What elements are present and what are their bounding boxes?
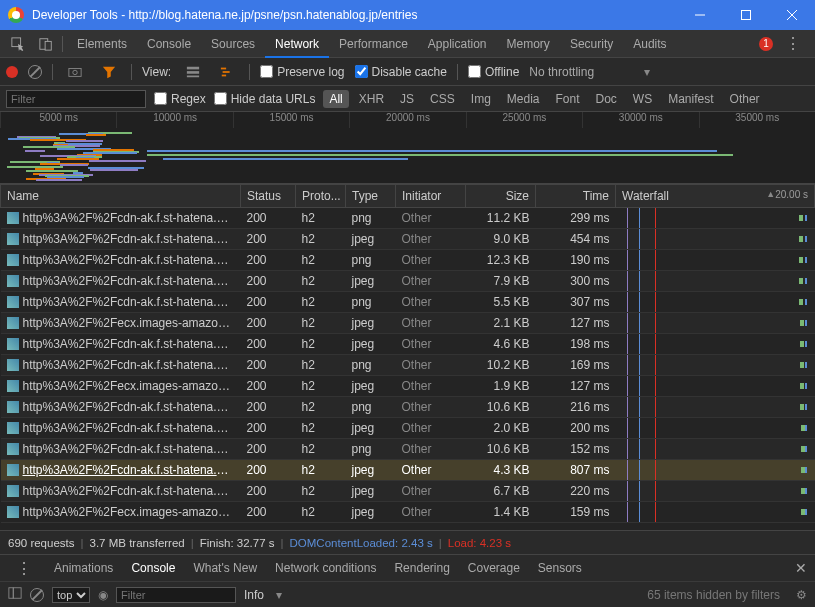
col-name[interactable]: Name	[1, 185, 241, 208]
record-button[interactable]	[6, 66, 18, 78]
window-titlebar: Developer Tools - http://blog.hatena.ne.…	[0, 0, 815, 30]
type-filter-xhr[interactable]: XHR	[353, 90, 390, 108]
drawer-tab-console[interactable]: Console	[131, 561, 175, 575]
network-toolbar: View: Preserve log Disable cache Offline…	[0, 58, 815, 86]
timeline-tick: 10000 ms	[116, 112, 232, 128]
overview-toggle-icon[interactable]	[215, 60, 239, 84]
window-minimize-button[interactable]	[677, 0, 723, 30]
filter-toggle-icon[interactable]	[97, 60, 121, 84]
network-request-table[interactable]: Name Status Proto... Type Initiator Size…	[0, 184, 815, 530]
type-filter-css[interactable]: CSS	[424, 90, 461, 108]
drawer-tab-animations[interactable]: Animations	[54, 561, 113, 575]
type-filter-manifest[interactable]: Manifest	[662, 90, 719, 108]
file-icon	[7, 506, 19, 518]
type-filter-media[interactable]: Media	[501, 90, 546, 108]
table-row[interactable]: http%3A%2F%2Fcdn-ak.f.st-hatena.co...200…	[1, 208, 815, 229]
type-filter-ws[interactable]: WS	[627, 90, 658, 108]
tab-memory[interactable]: Memory	[497, 30, 560, 58]
type-filter-font[interactable]: Font	[550, 90, 586, 108]
error-indicator[interactable]: 1	[759, 37, 773, 51]
table-row[interactable]: http%3A%2F%2Fecx.images-amazon.c...200h2…	[1, 376, 815, 397]
file-icon	[7, 380, 19, 392]
drawer-more-icon[interactable]: ⋮	[8, 559, 40, 578]
tab-audits[interactable]: Audits	[623, 30, 676, 58]
drawer-close-button[interactable]: ✕	[795, 560, 807, 576]
clear-console-button[interactable]	[30, 588, 44, 602]
summary-transferred: 3.7 MB transferred	[90, 537, 185, 549]
file-icon	[7, 401, 19, 413]
large-rows-icon[interactable]	[181, 60, 205, 84]
drawer-tab-what-s-new[interactable]: What's New	[193, 561, 257, 575]
clear-button[interactable]	[28, 65, 42, 79]
svg-rect-6	[45, 41, 51, 50]
tab-performance[interactable]: Performance	[329, 30, 418, 58]
context-select[interactable]: top	[52, 587, 90, 603]
network-filter-bar: Regex Hide data URLs AllXHRJSCSSImgMedia…	[0, 86, 815, 112]
network-overview[interactable]: 5000 ms10000 ms15000 ms20000 ms25000 ms3…	[0, 112, 815, 184]
type-filter-img[interactable]: Img	[465, 90, 497, 108]
table-row[interactable]: http%3A%2F%2Fcdn-ak.f.st-hatena.co...200…	[1, 292, 815, 313]
table-row[interactable]: http%3A%2F%2Fcdn-ak.f.st-hatena.co...200…	[1, 439, 815, 460]
hide-data-urls-checkbox[interactable]: Hide data URLs	[214, 92, 316, 106]
tab-application[interactable]: Application	[418, 30, 497, 58]
live-expression-icon[interactable]: ◉	[98, 588, 108, 602]
col-proto[interactable]: Proto...	[296, 185, 346, 208]
drawer-tab-rendering[interactable]: Rendering	[394, 561, 449, 575]
svg-rect-12	[221, 67, 226, 69]
timeline-tick: 30000 ms	[582, 112, 698, 128]
svg-rect-7	[69, 68, 81, 76]
more-menu-icon[interactable]: ⋮	[777, 34, 809, 53]
col-status[interactable]: Status	[241, 185, 296, 208]
drawer-tab-network-conditions[interactable]: Network conditions	[275, 561, 376, 575]
preserve-log-checkbox[interactable]: Preserve log	[260, 65, 344, 79]
col-initiator[interactable]: Initiator	[396, 185, 466, 208]
timeline-tick: 20000 ms	[349, 112, 465, 128]
table-row[interactable]: http%3A%2F%2Fcdn-ak.f.st-hatena.co...200…	[1, 355, 815, 376]
tab-elements[interactable]: Elements	[67, 30, 137, 58]
chrome-icon	[8, 7, 24, 23]
device-toolbar-icon[interactable]	[34, 32, 58, 56]
inspect-element-icon[interactable]	[6, 32, 30, 56]
table-row[interactable]: http%3A%2F%2Fcdn-ak.f.st-hatena.co...200…	[1, 418, 815, 439]
table-row[interactable]: http%3A%2F%2Fcdn-ak.f.st-hatena.co...200…	[1, 229, 815, 250]
drawer-tab-sensors[interactable]: Sensors	[538, 561, 582, 575]
col-waterfall[interactable]: Waterfall20.00 s▲	[616, 185, 815, 208]
sidebar-toggle-icon[interactable]	[8, 586, 22, 603]
col-size[interactable]: Size	[466, 185, 536, 208]
throttling-select[interactable]: No throttling	[529, 65, 594, 79]
log-level-select[interactable]: Info	[244, 588, 264, 602]
table-row[interactable]: http%3A%2F%2Fcdn-ak.f.st-hatena.co...200…	[1, 271, 815, 292]
table-row[interactable]: http%3A%2F%2Fcdn-ak.f.st-hatena.co...200…	[1, 250, 815, 271]
window-maximize-button[interactable]	[723, 0, 769, 30]
type-filter-doc[interactable]: Doc	[590, 90, 623, 108]
regex-checkbox[interactable]: Regex	[154, 92, 206, 106]
table-row[interactable]: http%3A%2F%2Fecx.images-amazon.c...200h2…	[1, 502, 815, 523]
tab-network[interactable]: Network	[265, 30, 329, 58]
svg-rect-16	[13, 588, 21, 599]
disable-cache-checkbox[interactable]: Disable cache	[355, 65, 447, 79]
window-close-button[interactable]	[769, 0, 815, 30]
console-filter-input[interactable]	[116, 587, 236, 603]
col-time[interactable]: Time	[536, 185, 616, 208]
tab-sources[interactable]: Sources	[201, 30, 265, 58]
table-row[interactable]: http%3A%2F%2Fcdn-ak.f.st-hatena.co...200…	[1, 397, 815, 418]
view-label: View:	[142, 65, 171, 79]
capture-screenshots-icon[interactable]	[63, 60, 87, 84]
drawer-tab-coverage[interactable]: Coverage	[468, 561, 520, 575]
tab-security[interactable]: Security	[560, 30, 623, 58]
col-type[interactable]: Type	[346, 185, 396, 208]
type-filter-other[interactable]: Other	[724, 90, 766, 108]
table-row[interactable]: http%3A%2F%2Fcdn-ak.f.st-hatena.co...200…	[1, 460, 815, 481]
tab-console[interactable]: Console	[137, 30, 201, 58]
type-filter-all[interactable]: All	[323, 90, 348, 108]
filter-input[interactable]	[6, 90, 146, 108]
table-row[interactable]: http%3A%2F%2Fecx.images-amazon.c...200h2…	[1, 313, 815, 334]
table-row[interactable]: http%3A%2F%2Fcdn-ak.f.st-hatena.co...200…	[1, 481, 815, 502]
svg-rect-10	[187, 71, 199, 74]
console-settings-icon[interactable]: ⚙	[796, 588, 807, 602]
table-row[interactable]: http%3A%2F%2Fcdn-ak.f.st-hatena.co...200…	[1, 334, 815, 355]
summary-requests: 690 requests	[8, 537, 75, 549]
chevron-down-icon[interactable]: ▾	[644, 65, 650, 79]
offline-checkbox[interactable]: Offline	[468, 65, 519, 79]
type-filter-js[interactable]: JS	[394, 90, 420, 108]
